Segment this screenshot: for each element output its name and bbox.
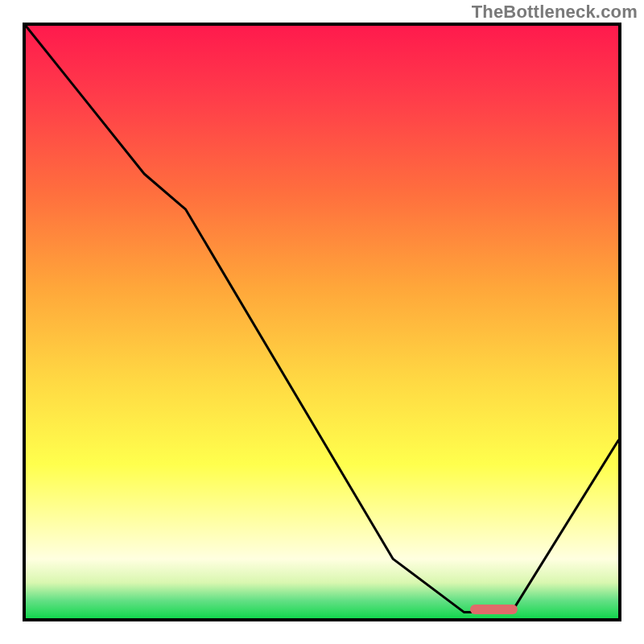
plot-area: [23, 23, 621, 621]
bottleneck-curve-line: [26, 26, 618, 613]
curve-layer: [26, 26, 618, 618]
optimal-marker: [470, 605, 518, 614]
bottleneck-chart: TheBottleneck.com: [0, 0, 644, 644]
watermark-label: TheBottleneck.com: [472, 2, 638, 23]
